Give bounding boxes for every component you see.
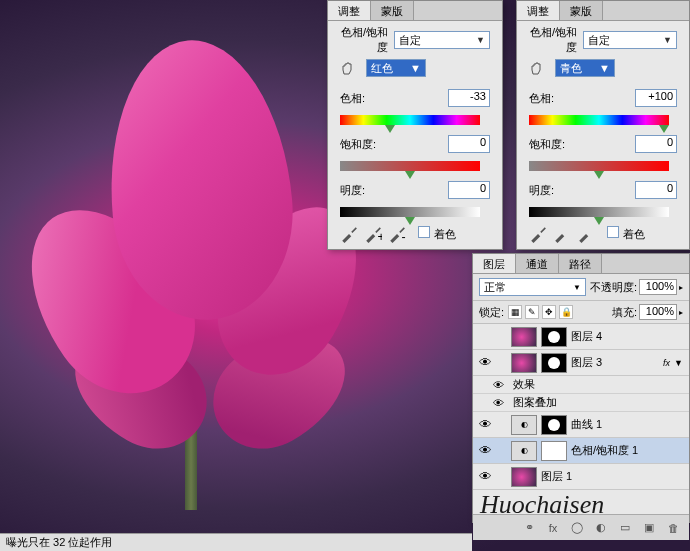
hand-icon[interactable] [340, 60, 358, 76]
tab-adjust[interactable]: 调整 [517, 1, 560, 20]
layer-mask-thumbnail [541, 327, 567, 347]
preset-value: 自定 [588, 33, 610, 48]
svg-text:-: - [402, 230, 406, 243]
opacity-input[interactable]: 100% [639, 279, 677, 295]
hue-input[interactable]: +100 [635, 89, 677, 107]
eyedropper-subtract-icon[interactable]: - [388, 225, 406, 243]
blend-mode-select[interactable]: 正常 ▼ [479, 278, 586, 296]
saturation-input[interactable]: 0 [448, 135, 490, 153]
hue-input[interactable]: -33 [448, 89, 490, 107]
tab-mask[interactable]: 蒙版 [371, 1, 414, 20]
pattern-overlay-label: 图案叠加 [513, 395, 557, 410]
fx-badge[interactable]: fx [663, 358, 670, 368]
colorize-label: 着色 [623, 228, 645, 240]
chevron-down-icon: ▼ [476, 35, 485, 45]
eyedropper-add-icon[interactable]: + [364, 225, 382, 243]
hue-label: 色相: [529, 91, 581, 106]
channel-select[interactable]: 红色 ▼ [366, 59, 426, 77]
layer-name: 曲线 1 [571, 417, 687, 432]
visibility-icon[interactable]: 👁 [475, 469, 495, 484]
chevron-right-icon[interactable]: ▸ [679, 308, 683, 317]
layer-name: 图层 3 [571, 355, 663, 370]
fill-label: 填充: [612, 305, 637, 320]
new-layer-icon[interactable]: ▣ [641, 520, 657, 536]
panel-title: 色相/饱和度 [340, 25, 388, 55]
folder-icon[interactable]: ▭ [617, 520, 633, 536]
chevron-down-icon: ▼ [599, 62, 610, 74]
lightness-slider[interactable] [529, 207, 669, 217]
lock-all-icon[interactable]: 🔒 [559, 305, 573, 319]
adjustment-thumbnail: ◐ [511, 415, 537, 435]
layer-thumbnail [511, 327, 537, 347]
lightness-input[interactable]: 0 [635, 181, 677, 199]
tab-paths[interactable]: 路径 [559, 254, 602, 273]
hue-sat-panel-right: 调整 蒙版 色相/饱和度 自定 ▼ 青色 ▼ 色相: +100 [516, 0, 690, 250]
preset-select[interactable]: 自定 ▼ [583, 31, 677, 49]
eyedropper-add-icon[interactable] [553, 225, 571, 243]
signature: Huochaisen [480, 490, 604, 520]
chevron-down-icon: ▼ [410, 62, 421, 74]
layer-fx-icon[interactable]: fx [545, 520, 561, 536]
layer-item[interactable]: 👁 图层 3 fx ▼ [473, 350, 689, 376]
tab-mask[interactable]: 蒙版 [560, 1, 603, 20]
layer-item[interactable]: 👁 图层 1 [473, 464, 689, 490]
hand-icon[interactable] [529, 60, 547, 76]
adjustment-layer-icon[interactable]: ◐ [593, 520, 609, 536]
status-text: 曝光只在 32 位起作用 [6, 535, 112, 550]
lock-position-icon[interactable]: ✥ [542, 305, 556, 319]
visibility-icon[interactable]: 👁 [475, 355, 495, 370]
channel-value: 青色 [560, 61, 582, 76]
hue-slider[interactable] [340, 115, 480, 125]
tab-adjust[interactable]: 调整 [328, 1, 371, 20]
fill-input[interactable]: 100% [639, 304, 677, 320]
preset-select[interactable]: 自定 ▼ [394, 31, 490, 49]
effects-label: 效果 [513, 377, 535, 392]
lock-label: 锁定: [479, 305, 504, 320]
saturation-input[interactable]: 0 [635, 135, 677, 153]
tab-channels[interactable]: 通道 [516, 254, 559, 273]
lock-pixels-icon[interactable]: ✎ [525, 305, 539, 319]
panel-title: 色相/饱和度 [529, 25, 577, 55]
channel-select[interactable]: 青色 ▼ [555, 59, 615, 77]
lightness-label: 明度: [340, 183, 392, 198]
colorize-label: 着色 [434, 228, 456, 240]
layer-mask-thumbnail [541, 441, 567, 461]
layer-mask-icon[interactable]: ◯ [569, 520, 585, 536]
lock-transparency-icon[interactable]: ▦ [508, 305, 522, 319]
layer-effects-header[interactable]: 👁 效果 [473, 376, 689, 394]
opacity-label: 不透明度: [590, 280, 637, 295]
layer-mask-thumbnail [541, 415, 567, 435]
layer-name: 图层 4 [571, 329, 687, 344]
layer-name: 图层 1 [541, 469, 687, 484]
hue-label: 色相: [340, 91, 392, 106]
layers-panel: 图层 通道 路径 正常 ▼ 不透明度: 100% ▸ 锁定: ▦ ✎ ✥ 🔒 填… [472, 253, 690, 523]
saturation-slider[interactable] [529, 161, 669, 171]
chevron-down-icon[interactable]: ▼ [674, 358, 683, 368]
layer-name: 色相/饱和度 1 [571, 443, 687, 458]
layer-item[interactable]: 👁 ◐ 曲线 1 [473, 412, 689, 438]
chevron-down-icon: ▼ [573, 283, 581, 292]
colorize-checkbox[interactable] [418, 226, 430, 238]
trash-icon[interactable]: 🗑 [665, 520, 681, 536]
svg-text:+: + [378, 230, 383, 243]
eyedropper-icon[interactable] [529, 225, 547, 243]
colorize-checkbox[interactable] [607, 226, 619, 238]
layer-mask-thumbnail [541, 353, 567, 373]
layer-item[interactable]: 图层 4 [473, 324, 689, 350]
saturation-slider[interactable] [340, 161, 480, 171]
link-layers-icon[interactable]: ⚭ [521, 520, 537, 536]
saturation-label: 饱和度: [529, 137, 581, 152]
visibility-icon[interactable]: 👁 [475, 417, 495, 432]
tab-layers[interactable]: 图层 [473, 254, 516, 273]
layer-thumbnail [511, 467, 537, 487]
lightness-slider[interactable] [340, 207, 480, 217]
hue-slider[interactable] [529, 115, 669, 125]
eyedropper-subtract-icon[interactable] [577, 225, 595, 243]
visibility-icon[interactable]: 👁 [475, 443, 495, 458]
lightness-input[interactable]: 0 [448, 181, 490, 199]
eyedropper-icon[interactable] [340, 225, 358, 243]
layer-item[interactable]: 👁 ◐ 色相/饱和度 1 [473, 438, 689, 464]
saturation-label: 饱和度: [340, 137, 392, 152]
chevron-right-icon[interactable]: ▸ [679, 283, 683, 292]
layer-effect-pattern-overlay[interactable]: 👁 图案叠加 [473, 394, 689, 412]
